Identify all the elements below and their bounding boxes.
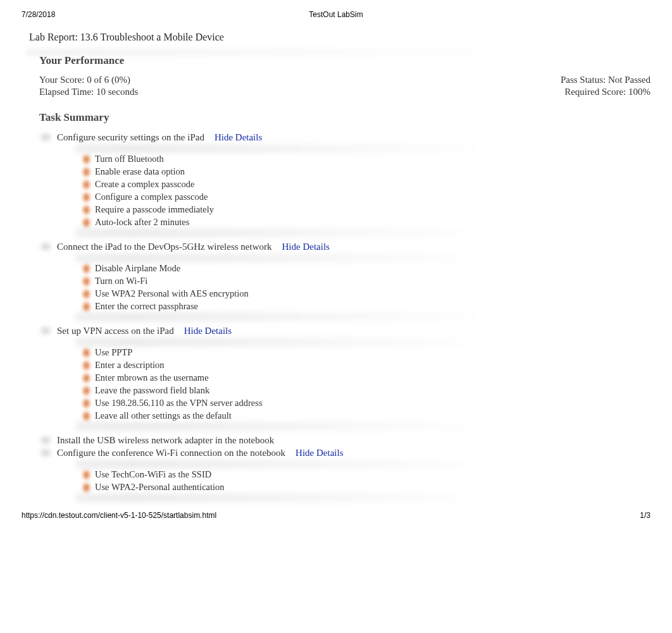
subtask-status-icon [82,218,91,228]
task-title: Set up VPN access on the iPad [57,326,174,336]
subtask-status-icon [82,360,91,371]
task-status-icon [39,241,53,252]
subtask-line: Turn on Wi-Fi [82,276,645,286]
task-details: Disable Airplane ModeTurn on Wi-FiUse WP… [77,256,650,319]
subtask-line: Use WPA2 Personal with AES encryption [82,288,645,299]
subtask-status-icon [82,167,91,177]
subtask-status-icon [82,411,91,421]
pass-status: Pass Status: Not Passed [561,75,650,85]
subtask-text: Use WPA2-Personal authentication [95,482,225,493]
page-header: 7/28/2018 TestOut LabSim [0,0,672,19]
required-score: Required Score: 100% [564,87,650,97]
performance-heading: Your Performance [39,54,650,67]
subtask-status-icon [82,398,91,409]
subtask-text: Disable Airplane Mode [95,263,180,274]
subtask-status-icon [82,482,91,493]
subtask-text: Enter mbrown as the username [95,372,209,383]
subtask-text: Enter a description [95,360,165,371]
subtask-status-icon [82,205,91,215]
task-details: Use TechCon-WiFi as the SSIDUse WPA2-Per… [77,462,650,500]
task-line: Configure the conference Wi-Fi connectio… [39,447,650,458]
subtask-text: Enter the correct passphrase [95,301,198,312]
subtask-status-icon [82,348,91,358]
subtask-text: Create a complex passcode [95,179,194,190]
subtask-text: Enable erase data option [95,166,185,177]
subtask-line: Leave the password field blank [82,385,645,396]
footer-page-num: 1/3 [640,511,650,520]
task-title: Configure security settings on the iPad [57,132,204,143]
task-status-icon [39,447,53,458]
subtask-status-icon [82,264,91,274]
report-title: Lab Report: 13.6 Troubleshoot a Mobile D… [29,32,650,43]
subtask-line: Require a passcode immediately [82,204,645,215]
subtask-line: Use 198.28.56.110 as the VPN server addr… [82,398,645,409]
subtask-text: Leave the password field blank [95,385,209,396]
subtask-text: Use TechCon-WiFi as the SSID [95,469,211,480]
task-line: Set up VPN access on the iPadHide Detail… [39,325,650,336]
subtask-text: Configure a complex passcode [95,192,208,202]
subtask-text: Require a passcode immediately [95,204,214,215]
subtask-line: Enter a description [82,360,645,371]
hide-details-link[interactable]: Hide Details [282,242,330,252]
subtask-line: Leave all other settings as the default [82,410,645,421]
subtask-line: Use PPTP [82,347,645,358]
subtask-status-icon [82,386,91,396]
subtask-status-icon [82,192,91,202]
subtask-line: Configure a complex passcode [82,192,645,202]
subtask-line: Create a complex passcode [82,179,645,190]
tasks-container: Configure security settings on the iPadH… [39,132,650,500]
task-status-icon [39,434,53,446]
subtask-text: Use PPTP [95,347,132,358]
task-details: Turn off BluetoothEnable erase data opti… [77,147,650,235]
task-status-icon [39,132,53,143]
subtask-text: Use WPA2 Personal with AES encryption [95,288,249,299]
hide-details-link[interactable]: Hide Details [215,132,262,143]
subtask-status-icon [82,302,91,312]
task-line: Connect the iPad to the DevOps-5GHz wire… [39,241,650,252]
footer-url: https://cdn.testout.com/client-v5-1-10-5… [22,511,216,520]
subtask-status-icon [82,276,91,286]
task-line: Configure security settings on the iPadH… [39,132,650,143]
subtask-status-icon [82,289,91,299]
task-title: Configure the conference Wi-Fi connectio… [57,448,285,458]
task-title: Connect the iPad to the DevOps-5GHz wire… [57,242,272,252]
subtask-line: Use WPA2-Personal authentication [82,482,645,493]
subtask-text: Turn on Wi-Fi [95,276,147,286]
task-status-icon [39,325,53,336]
task-title: Install the USB wireless network adapter… [57,435,274,446]
task-summary-heading: Task Summary [39,111,650,124]
score-label: Your Score: 0 of 6 (0%) [39,75,130,85]
hide-details-link[interactable]: Hide Details [184,326,232,336]
task-details: Use PPTPEnter a descriptionEnter mbrown … [77,340,650,428]
hide-details-link[interactable]: Hide Details [296,448,343,458]
subtask-text: Turn off Bluetooth [95,154,164,164]
subtask-text: Leave all other settings as the default [95,410,232,421]
subtask-line: Enter mbrown as the username [82,372,645,383]
subtask-status-icon [82,470,91,480]
subtask-text: Use 198.28.56.110 as the VPN server addr… [95,398,263,409]
report-content: Lab Report: 13.6 Troubleshoot a Mobile D… [0,32,672,500]
subtask-status-icon [82,373,91,383]
subtask-line: Enable erase data option [82,166,645,177]
subtask-line: Use TechCon-WiFi as the SSID [82,469,645,480]
page-footer: https://cdn.testout.com/client-v5-1-10-5… [0,506,672,520]
subtask-status-icon [82,180,91,190]
performance-panel: Your Performance Your Score: 0 of 6 (0%)… [39,54,650,500]
subtask-text: Auto-lock after 2 minutes [95,217,189,228]
task-line: Install the USB wireless network adapter… [39,434,650,446]
subtask-status-icon [82,154,91,164]
subtask-line: Turn off Bluetooth [82,154,645,164]
elapsed-time: Elapsed Time: 10 seconds [39,87,138,97]
subtask-line: Disable Airplane Mode [82,263,645,274]
subtask-line: Auto-lock after 2 minutes [82,217,645,228]
print-date: 7/28/2018 [22,10,55,19]
app-title: TestOut LabSim [0,10,672,19]
subtask-line: Enter the correct passphrase [82,301,645,312]
